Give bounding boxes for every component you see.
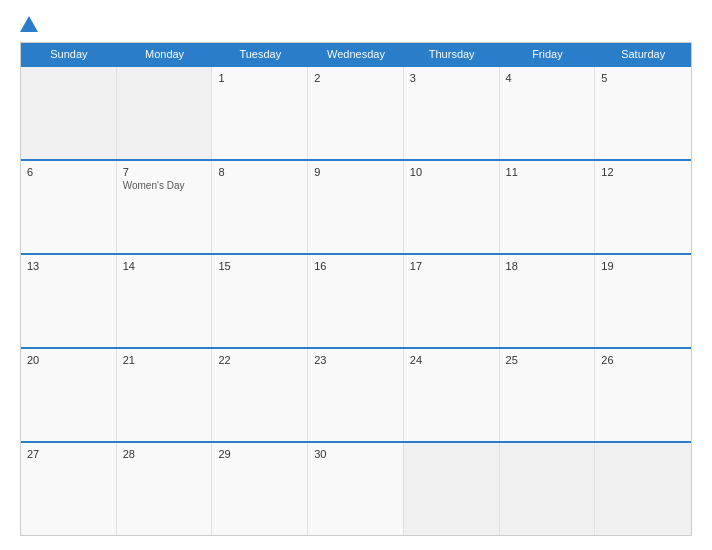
day-cell: 25	[500, 349, 596, 441]
day-cell: 19	[595, 255, 691, 347]
day-number: 3	[410, 72, 493, 84]
day-number: 14	[123, 260, 206, 272]
day-cell: 15	[212, 255, 308, 347]
day-cell: 6	[21, 161, 117, 253]
day-number: 16	[314, 260, 397, 272]
day-header-saturday: Saturday	[595, 43, 691, 65]
day-cell: 26	[595, 349, 691, 441]
day-cell: 10	[404, 161, 500, 253]
day-number: 6	[27, 166, 110, 178]
day-number: 27	[27, 448, 110, 460]
week-row-3: 13141516171819	[21, 253, 691, 347]
week-row-4: 20212223242526	[21, 347, 691, 441]
week-row-1: 12345	[21, 65, 691, 159]
day-header-sunday: Sunday	[21, 43, 117, 65]
day-cell: 9	[308, 161, 404, 253]
weeks-container: 1234567Women's Day8910111213141516171819…	[21, 65, 691, 535]
day-number: 21	[123, 354, 206, 366]
day-cell: 8	[212, 161, 308, 253]
day-number: 1	[218, 72, 301, 84]
day-cell	[595, 443, 691, 535]
day-cell: 22	[212, 349, 308, 441]
week-row-2: 67Women's Day89101112	[21, 159, 691, 253]
day-cell: 2	[308, 67, 404, 159]
day-cell: 3	[404, 67, 500, 159]
day-cell: 12	[595, 161, 691, 253]
day-header-thursday: Thursday	[404, 43, 500, 65]
header	[20, 18, 692, 32]
day-cell	[21, 67, 117, 159]
day-cell: 1	[212, 67, 308, 159]
day-number: 10	[410, 166, 493, 178]
day-number: 13	[27, 260, 110, 272]
day-number: 12	[601, 166, 685, 178]
day-cell: 13	[21, 255, 117, 347]
calendar-grid: SundayMondayTuesdayWednesdayThursdayFrid…	[20, 42, 692, 536]
day-cell: 28	[117, 443, 213, 535]
day-cell: 27	[21, 443, 117, 535]
day-number: 24	[410, 354, 493, 366]
day-cell: 14	[117, 255, 213, 347]
days-header: SundayMondayTuesdayWednesdayThursdayFrid…	[21, 43, 691, 65]
day-number: 9	[314, 166, 397, 178]
logo-triangle-icon	[20, 16, 38, 32]
calendar-page: SundayMondayTuesdayWednesdayThursdayFrid…	[0, 0, 712, 550]
logo	[20, 18, 40, 32]
logo-blue-row	[20, 18, 40, 32]
day-header-wednesday: Wednesday	[308, 43, 404, 65]
day-number: 29	[218, 448, 301, 460]
day-cell: 16	[308, 255, 404, 347]
day-number: 25	[506, 354, 589, 366]
day-header-monday: Monday	[117, 43, 213, 65]
week-row-5: 27282930	[21, 441, 691, 535]
day-cell: 7Women's Day	[117, 161, 213, 253]
day-cell: 24	[404, 349, 500, 441]
day-number: 15	[218, 260, 301, 272]
day-number: 2	[314, 72, 397, 84]
day-cell: 20	[21, 349, 117, 441]
day-cell: 21	[117, 349, 213, 441]
day-number: 7	[123, 166, 206, 178]
day-cell	[117, 67, 213, 159]
day-cell: 18	[500, 255, 596, 347]
day-number: 18	[506, 260, 589, 272]
day-event: Women's Day	[123, 180, 206, 191]
day-number: 11	[506, 166, 589, 178]
day-number: 28	[123, 448, 206, 460]
day-number: 30	[314, 448, 397, 460]
day-number: 5	[601, 72, 685, 84]
day-cell: 4	[500, 67, 596, 159]
day-number: 26	[601, 354, 685, 366]
day-cell: 5	[595, 67, 691, 159]
day-number: 19	[601, 260, 685, 272]
day-number: 4	[506, 72, 589, 84]
day-cell: 29	[212, 443, 308, 535]
day-cell: 17	[404, 255, 500, 347]
day-header-tuesday: Tuesday	[212, 43, 308, 65]
day-cell: 11	[500, 161, 596, 253]
day-number: 8	[218, 166, 301, 178]
day-number: 22	[218, 354, 301, 366]
day-header-friday: Friday	[500, 43, 596, 65]
day-cell: 23	[308, 349, 404, 441]
day-number: 20	[27, 354, 110, 366]
day-cell: 30	[308, 443, 404, 535]
day-cell	[404, 443, 500, 535]
day-number: 17	[410, 260, 493, 272]
day-number: 23	[314, 354, 397, 366]
day-cell	[500, 443, 596, 535]
